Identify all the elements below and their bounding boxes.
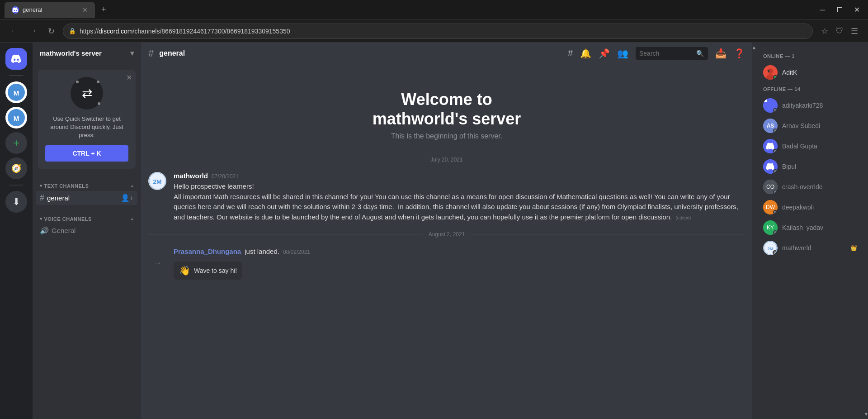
server-name: mathworld's server [40, 49, 102, 57]
quick-switcher-icon-area: ⇄ [71, 77, 103, 110]
channel-name-general: general [47, 194, 118, 202]
welcome-title: Welcome tomathworld's server [150, 90, 743, 129]
voice-channel-name-general: General [52, 227, 134, 234]
add-voice-channel-icon[interactable]: + [131, 216, 134, 222]
svg-text:M: M [14, 114, 19, 122]
discord-app: M M + 🧭 ⬇ mathworld's server ▾ ✕ ⇄ [0, 43, 868, 419]
svg-text:2M: 2M [768, 247, 774, 251]
deepakwoli-avatar: DW [763, 200, 778, 214]
divider-line-left-aug [148, 234, 423, 235]
member-item-badal[interactable]: Badal Gupta [760, 136, 861, 156]
wave-emoji: 👋 [179, 265, 190, 276]
wave-sticker-text: Wave to say hi! [194, 267, 237, 274]
text-channels-section: ▾ Text Channels + # general 👤+ [33, 174, 141, 207]
welcome-title-text: Welcome tomathworld's server [373, 90, 521, 128]
prasanna-author-name: Prasanna_Dhungana [174, 248, 241, 255]
download-apps-button[interactable]: ⬇ [5, 191, 27, 213]
close-button[interactable]: ✕ [850, 4, 863, 16]
welcome-subtitle: This is the beginning of this server. [150, 132, 743, 140]
crash-override-avatar: CO [763, 180, 778, 194]
qs-dot-br [98, 102, 100, 105]
address-bar[interactable]: 🔒 https://discord.com/channels/866918192… [63, 24, 813, 39]
server-icon-math1[interactable]: M [5, 81, 27, 103]
shield-button[interactable]: 🛡 [833, 24, 846, 38]
security-icon: 🔒 [69, 28, 76, 34]
bipul-avatar [763, 159, 778, 174]
tab-close-button[interactable]: ✕ [82, 6, 88, 14]
channel-item-general[interactable]: # general 👤+ [36, 191, 137, 205]
add-channel-icon[interactable]: + [131, 183, 134, 189]
mathworld-message-text: Hello prospective learners! All importan… [174, 181, 745, 222]
nav-extra-buttons: ☆ 🛡 ☰ [818, 24, 861, 38]
text-channels-header[interactable]: ▾ Text Channels + [36, 181, 137, 190]
speaker-icon: 🔊 [40, 226, 49, 235]
sidebar-scroll-down-indicator: ▼ [864, 43, 868, 419]
member-item-mathworld[interactable]: 2M mathworld 👑 [760, 238, 861, 258]
mathworld-message-content: mathworld 07/20/2021 Hello prospective l… [174, 172, 745, 222]
quick-switcher-close[interactable]: ✕ [126, 73, 132, 82]
bookmark-button[interactable]: ☆ [818, 24, 831, 38]
channel-sidebar: mathworld's server ▾ ✕ ⇄ Use Quick Switc… [33, 43, 141, 419]
member-item-kailash[interactable]: KY Kailash_yadav [760, 218, 861, 238]
bipul-status [773, 169, 778, 174]
search-input[interactable] [639, 50, 693, 57]
server-header[interactable]: mathworld's server ▾ [33, 43, 141, 64]
menu-button[interactable]: ☰ [848, 24, 861, 38]
voice-channels-chevron: ▾ [40, 216, 42, 221]
new-tab-button[interactable]: + [98, 3, 110, 16]
member-list-icon[interactable]: 👥 [617, 48, 628, 59]
inbox-icon[interactable]: 📥 [715, 48, 726, 59]
back-button[interactable]: ← [7, 24, 21, 38]
member-item-aditk[interactable]: AditK [760, 62, 861, 82]
threads-icon[interactable]: # [568, 48, 573, 58]
aditk-status-online [773, 75, 778, 80]
browser-title-bar: general ✕ + ─ ⧠ ✕ [0, 0, 868, 20]
member-item-arnav[interactable]: AS Arnav Subedi [760, 116, 861, 136]
prasanna-message-content: Prasanna_Dhungana just landed. 08/02/202… [174, 247, 745, 280]
deepakwoli-status [773, 210, 778, 214]
adityakarki728-avatar [763, 98, 778, 113]
channel-item-general-voice[interactable]: 🔊 General [36, 224, 137, 237]
mathworld-member-status [773, 250, 777, 255]
active-tab[interactable]: general ✕ [5, 2, 95, 18]
quick-switcher-shortcut-button[interactable]: CTRL + K [45, 145, 128, 162]
add-server-button[interactable]: + [5, 132, 27, 154]
qs-dot-tr [97, 81, 99, 83]
chat-content: Welcome tomathworld's server This is the… [141, 64, 752, 419]
voice-channels-header[interactable]: ▾ Voice Channels + [36, 214, 137, 224]
kailash-member-name: Kailash_yadav [782, 224, 823, 231]
member-item-bipul[interactable]: Bipul [760, 157, 861, 176]
server-dropdown-icon: ▾ [130, 49, 134, 57]
members-sidebar: ONLINE — 1 AditK OFFLINE — 14 [756, 43, 864, 419]
member-item-crash-override[interactable]: CO crash-override [760, 177, 861, 197]
minimize-button[interactable]: ─ [816, 4, 829, 16]
pinned-messages-icon[interactable]: 📌 [599, 48, 610, 59]
notification-bell-icon[interactable]: 🔔 [580, 48, 591, 59]
invite-user-icon[interactable]: 👤+ [121, 194, 134, 202]
explore-servers-button[interactable]: 🧭 [5, 157, 27, 179]
svg-text:M: M [14, 89, 19, 97]
discord-home-button[interactable] [5, 48, 27, 70]
chat-header-channel-name: general [159, 49, 185, 57]
server-icon-math2[interactable]: M [5, 107, 27, 129]
date-divider-label: July 20, 2021 [430, 157, 462, 163]
qs-dot-tl [76, 81, 79, 83]
member-item-deepakwoli[interactable]: DW deepakwoli [760, 197, 861, 217]
kailash-avatar: KY [763, 220, 778, 235]
divider-line-right-aug [470, 234, 745, 235]
kailash-status [773, 230, 778, 235]
mathworld-message-timestamp: 07/20/2021 [212, 173, 239, 180]
offline-members-header: OFFLINE — 14 [760, 83, 861, 94]
main-chat: # general # 🔔 📌 👥 🔍 📥 ❓ Welcome tomathw [141, 43, 752, 419]
help-icon[interactable]: ❓ [734, 48, 745, 59]
reload-button[interactable]: ↻ [45, 24, 57, 38]
divider-line-left [148, 160, 425, 160]
maximize-button[interactable]: ⧠ [832, 4, 847, 16]
edited-tag: (edited) [676, 215, 691, 220]
member-item-adityakarki728[interactable]: adityakarki728 [760, 95, 861, 115]
server-separator-2 [9, 185, 24, 186]
forward-button[interactable]: → [26, 24, 40, 38]
aditk-avatar [763, 65, 778, 80]
prasanna-action-text: just landed. [245, 247, 279, 257]
header-search[interactable]: 🔍 [636, 47, 708, 60]
